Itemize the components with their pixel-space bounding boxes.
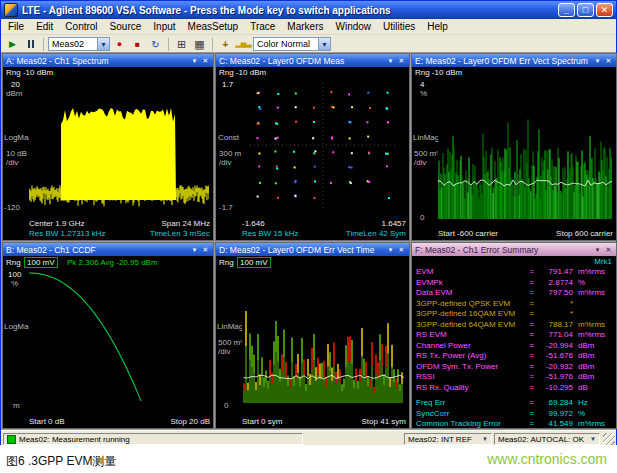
per-div-label: 300 m: [219, 149, 241, 158]
error-summary-row: OFDM Sym. Tx. Power=-20.932dBm: [413, 362, 615, 373]
resbw-footer: Res BW 15 kHz TimeLen 42 Sym: [242, 229, 406, 238]
title-bar[interactable]: LTE - Agilent 89600 VSA Software - Press…: [1, 1, 616, 19]
panel-title: D: Meas02 - Layer0 OFDM Err Vect Time: [219, 244, 384, 256]
error-summary-row: EVMPk=2.8774%: [413, 278, 615, 289]
panel-close-icon[interactable]: ✕: [201, 246, 210, 254]
stop-button[interactable]: ■: [129, 37, 146, 52]
error-summary-row: 3GPP-defined 64QAM EVM=788.17m%rms: [413, 320, 615, 331]
measurement-status-text: Meas02: Measurement running: [19, 435, 130, 444]
trace-button[interactable]: ▂▅▃: [235, 37, 252, 52]
per-div-label2: /div: [219, 158, 231, 167]
panel-title: F: Meas02 - Ch1 Error Summary: [415, 244, 591, 256]
center-freq-label: Center 1.9 GHz: [29, 219, 85, 228]
y-max-label: 20: [11, 80, 20, 89]
panel-close-icon[interactable]: ✕: [397, 57, 406, 65]
menu-item-source[interactable]: Source: [104, 20, 148, 34]
menu-item-control[interactable]: Control: [59, 20, 103, 34]
reference-status-cell[interactable]: Meas02: INT REF ▼: [404, 433, 492, 445]
scale-label: Const: [218, 133, 239, 142]
panel-spectrum-header[interactable]: A: Meas02 - Ch1 Spectrum ▾ ✕: [3, 54, 213, 67]
range-value: 100 mV: [24, 257, 58, 268]
layout-grid-button[interactable]: ⊞: [173, 37, 190, 52]
restart-button[interactable]: ↻: [147, 37, 164, 52]
panel-menu-icon[interactable]: ▾: [593, 246, 602, 254]
chevron-down-icon[interactable]: ▼: [482, 436, 488, 442]
res-bw-label: Res BW 1.27313 kHz: [29, 229, 105, 238]
play-button[interactable]: ▶: [4, 37, 21, 52]
y-unit-label: %: [11, 279, 18, 288]
per-div-label2: /div: [218, 347, 230, 356]
error-summary-row: RSSI=-51.976dBm: [413, 372, 615, 383]
menu-item-trace[interactable]: Trace: [244, 20, 281, 34]
menu-item-window[interactable]: Window: [329, 20, 377, 34]
autocal-status-cell[interactable]: Meas02: AUTOCAL: OK ▼: [494, 433, 600, 445]
error-summary-row: EVM=791.47m%rms: [413, 267, 615, 278]
menu-item-markers[interactable]: Markers: [281, 20, 329, 34]
panel-close-icon[interactable]: ✕: [604, 246, 613, 254]
chevron-down-icon[interactable]: ▼: [590, 436, 596, 442]
axis-footer: Start 0 dB Stop 20 dB: [29, 417, 210, 426]
y-min-label: 0: [224, 401, 228, 410]
pause-button[interactable]: [22, 37, 39, 52]
y-unit-label: %: [420, 89, 427, 98]
panel-evm-spectrum-header[interactable]: E: Meas02 - Layer0 OFDM Err Vect Spectru…: [412, 54, 616, 67]
panel-evm-time-body: Rng 100 mV LinMag 500 m% /div 0 Trial Li…: [216, 256, 409, 428]
play-icon: ▶: [9, 39, 16, 49]
panel-title: E: Meas02 - Layer0 OFDM Err Vect Spectru…: [415, 55, 591, 67]
peak-average-readout: Pk 2.306 Avg -20.95 dBm: [67, 258, 158, 267]
resbw-footer: Res BW 1.27313 kHz TimeLen 3 mSec: [29, 229, 210, 238]
panel-menu-icon[interactable]: ▾: [190, 57, 199, 65]
panel-menu-icon[interactable]: ▾: [386, 57, 395, 65]
minimize-button[interactable]: _: [558, 3, 575, 17]
menu-item-edit[interactable]: Edit: [30, 20, 59, 34]
layout-stacked-button[interactable]: ▦: [191, 37, 208, 52]
screenshot-root: LTE - Agilent 89600 VSA Software - Press…: [0, 0, 617, 473]
panel-constellation-header[interactable]: C: Meas02 - Layer0 OFDM Meas ▾ ✕: [216, 54, 409, 67]
panel-ccdf: B: Meas02 - Ch1 CCDF ▾ ✕ Rng 100 mV Pk 2…: [2, 242, 214, 429]
x-start-label: Start 0 sym: [242, 417, 282, 426]
range-label: Rng: [6, 258, 21, 267]
menu-item-help[interactable]: Help: [421, 20, 454, 34]
panel-menu-icon[interactable]: ▾: [386, 246, 395, 254]
x-stop-label: Stop 20 dB: [170, 417, 210, 426]
panel-ccdf-header[interactable]: B: Meas02 - Ch1 CCDF ▾ ✕: [3, 243, 213, 256]
panel-close-icon[interactable]: ✕: [604, 57, 613, 65]
per-div-label2: /div: [414, 158, 426, 167]
close-button[interactable]: ✕: [596, 3, 613, 17]
panel-evm-spectrum-body: Rng -10 dBm 4 % LinMag 500 m% /div 0 Tri…: [412, 67, 616, 240]
menu-item-input[interactable]: Input: [147, 20, 181, 34]
error-summary-row: 3GPP-defined 16QAM EVM=*: [413, 309, 615, 320]
x-stop-label: Stop 41 sym: [362, 417, 406, 426]
panel-title: C: Meas02 - Layer0 OFDM Meas: [219, 55, 384, 67]
toolbar-separator: [212, 38, 213, 51]
timelen-label: TimeLen 42 Sym: [346, 229, 406, 238]
spectrum-trace-icon: ▂▅▃: [235, 40, 251, 48]
color-mode-value: Color Normal: [257, 39, 310, 49]
chevron-down-icon[interactable]: ▼: [318, 38, 330, 50]
menu-item-utilities[interactable]: Utilities: [377, 20, 421, 34]
x-min-label: -1.646: [242, 219, 265, 228]
color-mode-select[interactable]: Color Normal ▼: [253, 37, 331, 51]
chevron-down-icon[interactable]: ▼: [97, 38, 109, 50]
panel-close-icon[interactable]: ✕: [397, 246, 406, 254]
menu-item-file[interactable]: File: [2, 20, 30, 34]
evm-spectrum-plot: [438, 79, 612, 219]
resize-grip[interactable]: [603, 433, 615, 445]
panel-close-icon[interactable]: ✕: [201, 57, 210, 65]
measurement-select[interactable]: Meas02 ▼: [48, 37, 110, 51]
restart-icon: ↻: [151, 39, 159, 50]
span-label: Span 24 MHz: [162, 219, 210, 228]
markers-button[interactable]: +: [217, 37, 234, 52]
x-start-label: Start 0 dB: [29, 417, 65, 426]
y-max-label: 4: [420, 80, 424, 89]
record-button[interactable]: ●: [111, 37, 128, 52]
panel-menu-icon[interactable]: ▾: [190, 246, 199, 254]
error-summary-row: RS Tx. Power (Avg)=-51.676dBm: [413, 351, 615, 362]
menu-item-meassetup[interactable]: MeasSetup: [182, 20, 245, 34]
menu-bar: FileEditControlSourceInputMeasSetupTrace…: [1, 19, 616, 35]
ccdf-plot: [29, 269, 209, 403]
panel-error-summary-header[interactable]: F: Meas02 - Ch1 Error Summary ▾ ✕: [412, 243, 616, 256]
panel-evm-time-header[interactable]: D: Meas02 - Layer0 OFDM Err Vect Time ▾ …: [216, 243, 409, 256]
panel-menu-icon[interactable]: ▾: [593, 57, 602, 65]
maximize-button[interactable]: □: [577, 3, 594, 17]
